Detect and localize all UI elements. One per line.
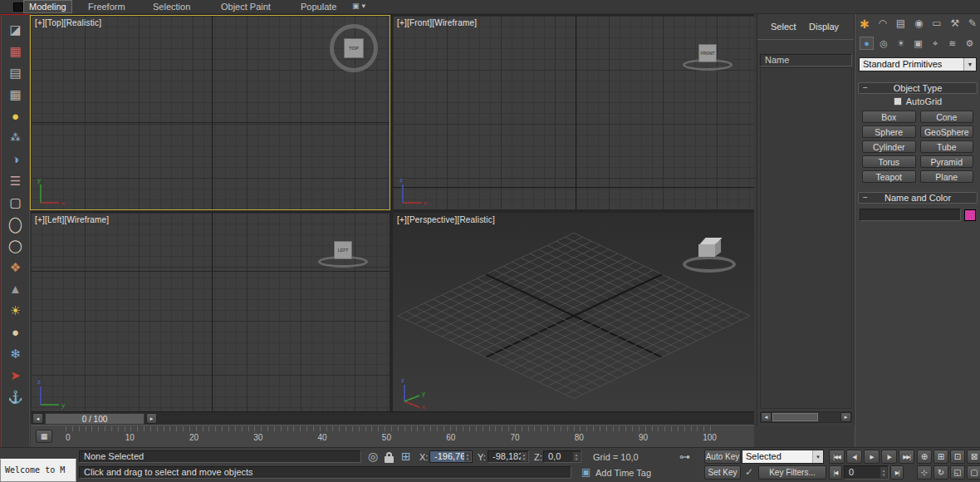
next-key-button[interactable]: ▶| <box>890 465 904 480</box>
z-coordinate-field[interactable]: 0,0 ▴▾ <box>543 450 581 463</box>
tab-selection[interactable]: Selection <box>148 2 195 12</box>
lights-category-icon[interactable]: ☀ <box>894 37 908 50</box>
explorer-horizontal-scrollbar[interactable]: ◄ ► <box>760 411 852 423</box>
half-sphere-icon[interactable]: ◑ <box>12 153 19 166</box>
time-slider-track[interactable]: ◄ 0 / 100 ► <box>31 411 754 425</box>
flower-tool-icon[interactable]: ❖ <box>10 261 21 274</box>
box-button[interactable]: Box <box>862 111 916 123</box>
hierarchy-tab-icon[interactable]: ▤ <box>896 17 905 31</box>
explorer-tab-display[interactable]: Display <box>809 22 839 32</box>
orbit-icon[interactable]: ↻ <box>933 465 948 480</box>
next-frame-button[interactable]: |▶ <box>881 450 897 464</box>
sun-icon[interactable]: ☀ <box>10 304 21 317</box>
app-menu-icon[interactable] <box>13 2 23 12</box>
chamfer-grid-icon[interactable]: ▦ <box>9 88 21 101</box>
key-mode-icon[interactable]: ⊶ <box>679 450 690 463</box>
cone-button[interactable]: Cone <box>920 111 974 123</box>
geometry-category-icon[interactable]: ● <box>860 37 874 50</box>
zoom-icon[interactable]: ⊕ <box>917 450 932 464</box>
viewport-left-label[interactable]: [+][Left][Wireframe] <box>35 215 109 224</box>
viewport-top[interactable]: [+][Top][Realistic] TOP y x <box>31 16 390 209</box>
systems-category-icon[interactable]: ⚙ <box>963 37 977 50</box>
scroll-right-button[interactable]: ► <box>840 412 851 422</box>
teapot-button[interactable]: Teapot <box>862 170 916 183</box>
play-button[interactable]: ▶ <box>864 450 880 464</box>
display-tab-icon[interactable]: ▭ <box>932 17 941 31</box>
track-bar[interactable]: ▦ 0 10 20 30 40 50 60 70 80 90 100 <box>31 425 754 447</box>
shapes-category-icon[interactable]: ◎ <box>877 37 891 50</box>
viewport-perspective-label[interactable]: [+][Perspective][Realistic] <box>397 215 495 224</box>
primitive-category-dropdown[interactable]: Standard Primitives ▼ <box>859 57 977 71</box>
viewport-front[interactable]: [+][Front][Wireframe] FRONT z x <box>393 16 754 209</box>
utilities-tab-icon[interactable]: ⚒ <box>950 17 959 31</box>
time-slider-handle[interactable]: 0 / 100 <box>45 413 145 425</box>
isolate-selection-icon[interactable]: ◎ <box>368 450 378 463</box>
motion-tab-icon[interactable]: ◉ <box>914 17 923 31</box>
snowflake-icon[interactable]: ❄ <box>10 347 21 361</box>
name-and-color-rollout-header[interactable]: − Name and Color <box>858 192 978 204</box>
auto-key-button[interactable]: Auto Key <box>704 450 741 464</box>
current-frame-field[interactable]: 0 ▴▾ <box>844 465 889 480</box>
mini-curve-editor-button[interactable]: ▦ <box>36 430 52 443</box>
viewport-left[interactable]: [+][Left][Wireframe] LEFT z y <box>31 213 390 411</box>
set-key-button[interactable]: Set Key <box>704 465 741 480</box>
viewcube-left[interactable]: LEFT <box>318 236 370 274</box>
maximize-viewport-icon[interactable]: ▢ <box>967 465 980 480</box>
viewport-top-label[interactable]: [+][Top][Realistic] <box>35 18 101 27</box>
torus-button[interactable]: Torus <box>862 155 916 168</box>
polygon-modeling-icon[interactable]: ◪ <box>9 23 21 37</box>
object-type-rollout-header[interactable]: − Object Type <box>858 82 978 94</box>
tab-modeling[interactable]: Modeling <box>23 0 72 13</box>
go-to-start-button[interactable]: |◀◀ <box>829 450 845 464</box>
cameras-category-icon[interactable]: ▣ <box>911 37 925 50</box>
viewport-perspective[interactable]: [+][Perspective][Realistic] z x y <box>393 213 754 411</box>
egg-shape-icon[interactable]: ◯ <box>8 216 22 233</box>
x-spinner[interactable]: ▴▾ <box>464 452 471 461</box>
explorer-tab-select[interactable]: Select <box>771 22 796 32</box>
tab-freeform[interactable]: Freeform <box>83 2 130 12</box>
z-spinner[interactable]: ▴▾ <box>573 452 580 461</box>
triangle-tool-icon[interactable]: ▲ <box>9 283 22 296</box>
snap-toggle-icon[interactable]: ⊞ <box>401 450 411 463</box>
populate-people-icon[interactable]: ⁂ <box>11 131 21 145</box>
viewcube-front[interactable]: FRONT <box>683 39 734 77</box>
window-shape-icon[interactable]: ▢ <box>9 196 21 209</box>
edit-grid-icon[interactable]: ▤ <box>9 66 21 80</box>
zoom-all-icon[interactable]: ⊞ <box>933 450 948 464</box>
y-spinner[interactable]: ▴▾ <box>521 452 527 461</box>
previous-key-button[interactable]: |◀ <box>829 465 842 480</box>
circle-shape-icon[interactable]: ◯ <box>8 239 22 253</box>
scroll-left-button[interactable]: ◄ <box>761 412 772 422</box>
sphere-button[interactable]: Sphere <box>862 125 916 138</box>
pan-icon[interactable]: ⊹ <box>917 465 932 480</box>
zoom-extents-icon[interactable]: ⊡ <box>950 450 965 464</box>
sphere-tool-icon[interactable]: ● <box>12 326 19 339</box>
modify-tab-icon[interactable]: ◠ <box>879 17 887 31</box>
autogrid-checkbox[interactable] <box>894 97 902 106</box>
object-name-input[interactable] <box>860 209 961 221</box>
key-filters-button[interactable]: Key Filters... <box>758 465 826 480</box>
frame-spinner[interactable]: ▴▾ <box>880 467 887 478</box>
x-coordinate-field[interactable]: -196,768 ▴▾ <box>429 450 473 463</box>
add-time-tag-icon[interactable]: ▣ <box>581 466 590 479</box>
tab-populate[interactable]: Populate <box>296 2 341 12</box>
anchor-icon[interactable]: ⚓ <box>7 391 23 404</box>
viewport-front-label[interactable]: [+][Front][Wireframe] <box>397 18 477 27</box>
plane-button[interactable]: Plane <box>920 170 974 183</box>
go-to-end-button[interactable]: ▶▶| <box>899 450 914 464</box>
viewcube-perspective[interactable] <box>683 234 737 279</box>
geosphere-button[interactable]: GeoSphere <box>920 125 974 138</box>
object-color-swatch[interactable] <box>964 209 976 221</box>
selection-set-dropdown[interactable]: Selected ▾ <box>742 450 824 464</box>
welcome-window-titlebar[interactable]: Welcome to M <box>0 459 76 482</box>
swift-loop-icon[interactable]: ▦ <box>9 45 21 58</box>
cylinder-button[interactable]: Cylinder <box>862 140 916 153</box>
time-slider-prev-button[interactable]: ◄ <box>32 413 43 424</box>
helpers-category-icon[interactable]: ⌖ <box>929 37 943 50</box>
previous-frame-button[interactable]: ◀| <box>846 450 862 464</box>
layer-stack-icon[interactable]: ☰ <box>10 175 21 188</box>
paint-stroke-icon[interactable]: ➤ <box>10 369 21 382</box>
explorer-object-list[interactable] <box>760 67 852 409</box>
viewcube-top[interactable]: TOP <box>330 24 378 72</box>
time-slider-next-button[interactable]: ► <box>146 413 157 424</box>
